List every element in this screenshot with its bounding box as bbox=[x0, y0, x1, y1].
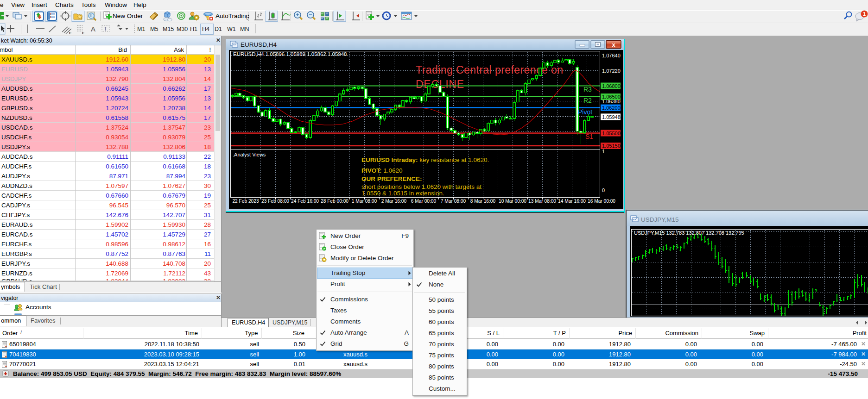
svg-text:short positions below 1.0620 w: short positions below 1.0620 with target… bbox=[361, 183, 482, 190]
svg-text:7 Mar 08:00: 7 Mar 08:00 bbox=[441, 199, 466, 204]
svg-text:OUR PREFERENCE:: OUR PREFERENCE: bbox=[361, 175, 422, 182]
svg-text:PIVOT: 1.0620: PIVOT: 1.0620 bbox=[361, 167, 403, 174]
svg-text:.Analyst Views: .Analyst Views bbox=[233, 152, 266, 157]
svg-text:E: E bbox=[69, 31, 72, 35]
svg-text:AutoTrading: AutoTrading bbox=[215, 12, 249, 19]
svg-text:1.05150: 1.05150 bbox=[602, 143, 621, 149]
svg-text:10 Mar 00:00: 10 Mar 00:00 bbox=[499, 199, 526, 204]
svg-text:1 Mar 08:00: 1 Mar 08:00 bbox=[352, 199, 377, 204]
svg-text:2 Mar 16:00: 2 Mar 16:00 bbox=[381, 199, 407, 204]
svg-text:x: x bbox=[612, 41, 615, 48]
svg-text:Pivot: Pivot bbox=[578, 108, 592, 116]
svg-text:1.06800: 1.06800 bbox=[602, 83, 621, 89]
svg-text:T: T bbox=[104, 26, 107, 31]
svg-text:New Order: New Order bbox=[113, 12, 143, 19]
svg-text:0: 0 bbox=[602, 187, 605, 193]
svg-text:1.05500: 1.05500 bbox=[602, 131, 621, 136]
svg-text:13 Mar 08:00: 13 Mar 08:00 bbox=[528, 199, 556, 204]
svg-text:1.07220: 1.07220 bbox=[602, 68, 621, 74]
svg-text:1.0550 & 1.0515 in extension.: 1.0550 & 1.0515 in extension. bbox=[361, 190, 444, 197]
svg-text:1.05948: 1.05948 bbox=[602, 114, 621, 120]
svg-text:23 Feb 08:00: 23 Feb 08:00 bbox=[261, 199, 289, 204]
svg-text:R2: R2 bbox=[583, 97, 592, 104]
svg-text:28 Feb 00:00: 28 Feb 00:00 bbox=[321, 199, 348, 204]
svg-text:24 Feb 16:00: 24 Feb 16:00 bbox=[291, 199, 319, 204]
svg-text:S1: S1 bbox=[585, 133, 593, 140]
svg-text:A: A bbox=[91, 25, 95, 33]
svg-text:USDJPY,M15 132.783 132.807 13: USDJPY,M15 132.783 132.807 132.708 132.7… bbox=[634, 230, 744, 236]
svg-text:14 Mar 16:00: 14 Mar 16:00 bbox=[558, 199, 586, 204]
svg-text:EURUSD,H4: EURUSD,H4 bbox=[241, 41, 277, 48]
svg-text:8 Mar 16:00: 8 Mar 16:00 bbox=[470, 199, 496, 204]
svg-text:USDJPY,M15: USDJPY,M15 bbox=[641, 216, 679, 223]
svg-text:1.07640: 1.07640 bbox=[602, 53, 621, 58]
svg-text:6 Mar 00:00: 6 Mar 00:00 bbox=[411, 199, 437, 204]
svg-text:EURUSD,H4 1.05896 1.05989 1.0: EURUSD,H4 1.05896 1.05989 1.05862 1.0594… bbox=[233, 51, 347, 57]
svg-text:22 Feb 2023: 22 Feb 2023 bbox=[232, 199, 259, 204]
svg-text:EUR/USD Intraday: key resista: EUR/USD Intraday: key resistance at 1.06… bbox=[361, 156, 489, 163]
svg-text:1: 1 bbox=[602, 149, 605, 154]
svg-text:1.06200: 1.06200 bbox=[602, 105, 621, 111]
svg-text:1: 1 bbox=[863, 11, 866, 17]
svg-text:F: F bbox=[82, 31, 84, 35]
svg-text:R3: R3 bbox=[583, 86, 592, 93]
svg-text:1.06500: 1.06500 bbox=[602, 94, 621, 100]
svg-text:16 Mar 00:00: 16 Mar 00:00 bbox=[588, 199, 615, 204]
